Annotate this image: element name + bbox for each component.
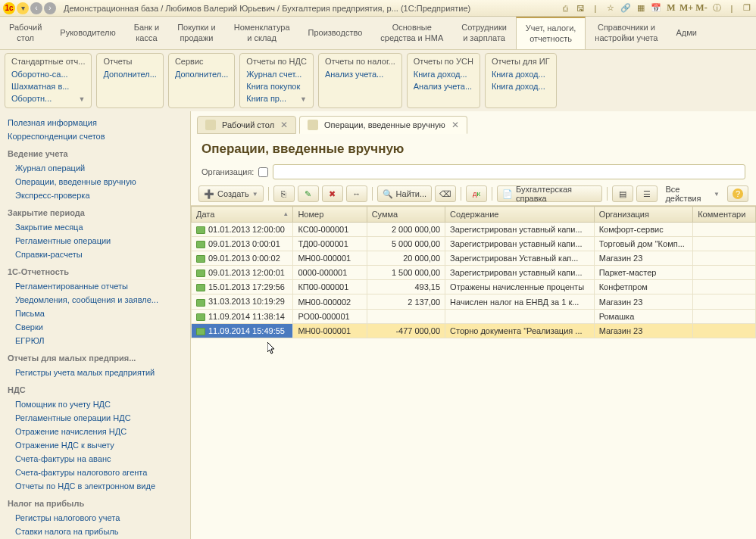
star-icon[interactable]: ☆ — [604, 2, 617, 14]
operations-grid[interactable]: Дата▴НомерСуммаСодержаниеОрганизацияКомм… — [191, 206, 756, 338]
nav-link[interactable]: Регламентированные отчеты — [8, 279, 183, 293]
save-icon[interactable]: 🖫 — [574, 2, 586, 14]
nav-link[interactable]: Помощник по учету НДС — [8, 397, 183, 411]
nav-link[interactable]: Ставки налога на прибыль — [8, 525, 183, 538]
table-row[interactable]: 31.03.2013 10:19:29МН00-0000022 137,00На… — [192, 294, 756, 309]
chevron-down-icon[interactable]: ▼ — [79, 95, 86, 103]
menu-item[interactable]: Покупки и продажи — [168, 17, 225, 49]
column-header[interactable]: Дата▴ — [192, 207, 293, 223]
column-header[interactable]: Номер — [293, 207, 367, 223]
print-icon[interactable]: ⎙ — [559, 2, 571, 14]
panel-link[interactable]: Книга доход... — [414, 68, 473, 80]
org-input[interactable] — [273, 164, 745, 179]
nav-link[interactable]: Справки-расчеты — [8, 248, 183, 261]
nav-link[interactable]: Отчеты по НДС в электронном виде — [8, 479, 183, 493]
panel-link[interactable]: Оборотно-са... — [11, 68, 85, 80]
find-button[interactable]: 🔍 Найти... — [377, 185, 433, 202]
tab[interactable]: Операции, введенные вручную✕ — [299, 116, 467, 134]
chevron-down-icon[interactable]: ▼ — [300, 95, 307, 103]
nav-link[interactable]: Счета-фактуры на аванс — [8, 452, 183, 466]
column-header[interactable]: Содержание — [445, 207, 595, 223]
nav-link[interactable]: Отражение начисления НДС — [8, 425, 183, 438]
panel-link[interactable]: Анализ учета... — [414, 80, 473, 92]
panel-link[interactable]: Книга доход... — [492, 80, 550, 92]
nav-link[interactable]: Экспресс-проверка — [8, 188, 183, 202]
memory-m-minus[interactable]: M- — [695, 2, 708, 14]
menu-item[interactable]: Рабочий стол — [0, 17, 51, 49]
nav-link[interactable]: Счета-фактуры налогового агента — [8, 466, 183, 479]
help-button[interactable]: ? — [727, 185, 748, 202]
nav-link[interactable]: Отражение НДС к вычету — [8, 438, 183, 452]
panel: ОтчетыДополнител... — [96, 53, 163, 108]
table-row[interactable]: 11.09.2014 11:38:14РО00-000001Ромашка — [192, 309, 756, 323]
column-header[interactable]: Организация — [594, 207, 693, 223]
close-icon[interactable]: ✕ — [280, 120, 288, 130]
info-icon[interactable]: ⓘ — [711, 2, 723, 14]
panel-link[interactable]: Оборотн...▼ — [11, 92, 85, 104]
org-checkbox[interactable] — [258, 167, 268, 177]
menu-item[interactable]: Руководителю — [51, 17, 124, 49]
table-row[interactable]: 09.01.2013 0:00:01ТД00-0000015 000 000,0… — [192, 237, 756, 251]
panel-link[interactable]: Книга пр...▼ — [246, 92, 307, 104]
nav-link[interactable]: Полезная информация — [8, 116, 183, 129]
dt-kt-button[interactable]: ДК — [466, 185, 487, 202]
memory-m[interactable]: M — [665, 2, 677, 14]
column-header[interactable]: Комментари — [693, 207, 756, 223]
create-button[interactable]: ➕ Создать ▼ — [198, 185, 264, 202]
menu-item[interactable]: Адми — [667, 17, 705, 49]
nav-link[interactable]: Корреспонденции счетов — [8, 129, 183, 143]
nav-link[interactable]: ЕГРЮЛ — [8, 334, 183, 347]
nav-link[interactable]: Закрытие месяца — [8, 220, 183, 234]
list-button[interactable]: ▤ — [612, 185, 633, 202]
menu-item[interactable]: Банк и касса — [125, 17, 168, 49]
table-cell: Магазин 23 — [594, 294, 693, 309]
menu-item[interactable]: Учет, налоги, отчетность — [516, 17, 586, 49]
nav-link[interactable]: Регламентные операции — [8, 234, 183, 248]
tab[interactable]: Рабочий стол✕ — [197, 116, 296, 134]
window-max-icon[interactable]: ❐ — [741, 2, 753, 14]
delete-button[interactable]: ✖ — [322, 185, 343, 202]
minimize-icon[interactable]: ▾ — [17, 2, 29, 14]
refresh-button[interactable]: ↔ — [346, 185, 367, 202]
table-row[interactable]: 15.01.2013 17:29:56КП00-000001493,15Отра… — [192, 280, 756, 294]
accounting-report-button[interactable]: 📄 Бухгалтерская справка — [497, 185, 603, 202]
panel-link[interactable]: Дополнител... — [175, 68, 228, 80]
nav-link[interactable]: Сверки — [8, 320, 183, 334]
all-actions-button[interactable]: Все действия ▼ — [661, 185, 724, 202]
calendar-icon[interactable]: 📅 — [650, 2, 662, 14]
menu-item[interactable]: Производство — [299, 17, 372, 49]
panel-link[interactable]: Книга покупок — [246, 80, 307, 92]
panel-link[interactable]: Дополнител... — [103, 68, 156, 80]
panel-link[interactable]: Шахматная в... — [11, 80, 85, 92]
column-header[interactable]: Сумма — [367, 207, 445, 223]
tree-button[interactable]: ☰ — [636, 185, 658, 202]
close-icon[interactable]: ✕ — [451, 120, 459, 130]
copy-button[interactable]: ⎘ — [273, 185, 295, 202]
menu-item[interactable]: Сотрудники и зарплата — [452, 17, 516, 49]
menu-item[interactable]: Справочники и настройки учета — [586, 17, 667, 49]
table-row[interactable]: 09.01.2013 12:00:010000-0000011 500 000,… — [192, 266, 756, 280]
table-row[interactable]: 09.01.2013 0:00:02МН00-00000120 000,00За… — [192, 251, 756, 266]
panel-link[interactable]: Анализ учета... — [325, 68, 395, 80]
calc-icon[interactable]: ▦ — [635, 2, 647, 14]
clear-filter-button[interactable]: ⌫ — [435, 185, 456, 202]
nav-forward-icon[interactable]: › — [44, 2, 56, 14]
link-icon[interactable]: 🔗 — [620, 2, 632, 14]
table-cell — [693, 237, 756, 251]
nav-link[interactable]: Операции, введенные вручную — [8, 175, 183, 188]
table-row[interactable]: 01.01.2013 12:00:00КС00-0000012 000 000,… — [192, 223, 756, 237]
nav-link[interactable]: Регистры учета малых предприятий — [8, 366, 183, 379]
edit-button[interactable]: ✎ — [298, 185, 319, 202]
nav-link[interactable]: Журнал операций — [8, 161, 183, 175]
menu-item[interactable]: Номенклатура и склад — [225, 17, 299, 49]
nav-link[interactable]: Письма — [8, 307, 183, 320]
panel-link[interactable]: Книга доход... — [492, 68, 550, 80]
table-row[interactable]: 11.09.2014 15:49:55МН00-000001-477 000,0… — [192, 323, 756, 338]
menu-item[interactable]: Основные средства и НМА — [371, 17, 452, 49]
memory-m-plus[interactable]: M+ — [680, 2, 692, 14]
nav-link[interactable]: Регистры налогового учета — [8, 511, 183, 525]
panel-link[interactable]: Журнал счет... — [246, 68, 307, 80]
nav-link[interactable]: Уведомления, сообщения и заявле... — [8, 293, 183, 307]
nav-link[interactable]: Регламентные операции НДС — [8, 411, 183, 425]
nav-back-icon[interactable]: ‹ — [30, 2, 42, 14]
